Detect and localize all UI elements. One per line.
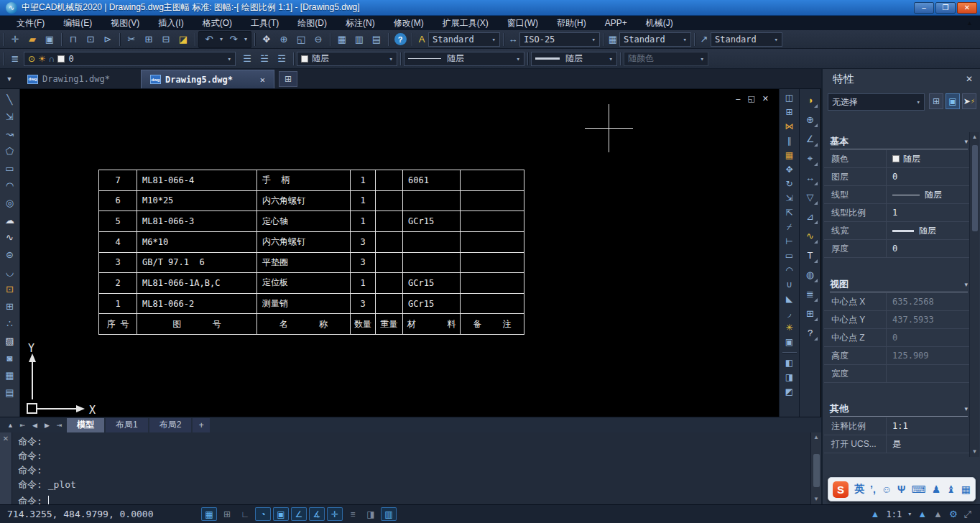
grid-snap-toggle[interactable]: ⊞	[219, 507, 235, 521]
menu-modify[interactable]: 修改(M)	[384, 16, 433, 30]
quick-select-icon[interactable]: ▣	[946, 93, 960, 109]
scroll-down-icon[interactable]: ▼	[813, 494, 819, 504]
prop-annoscale-value[interactable]: 1:1	[886, 417, 970, 435]
scrollbar-thumb[interactable]	[813, 454, 820, 487]
help-icon[interactable]: ?	[392, 32, 409, 47]
next-layout-icon[interactable]: ▶	[41, 420, 53, 431]
zoom-previous-icon[interactable]: ⊖	[310, 32, 327, 47]
skin-icon[interactable]: ♝	[946, 483, 956, 495]
tab-close-icon[interactable]: ✕	[260, 75, 265, 85]
donut-icon[interactable]: ◙	[1, 349, 19, 366]
line-icon[interactable]: ╲	[1, 91, 19, 108]
tab-layout2[interactable]: 布局2	[149, 418, 192, 432]
profile-icon[interactable]: ♟	[932, 483, 941, 495]
window-maximize-button[interactable]: ❐	[935, 2, 956, 14]
weld-symbol-icon[interactable]: ∿	[802, 226, 819, 246]
hatch-icon[interactable]: ▨	[1, 332, 19, 349]
draw-order-above-icon[interactable]: ◩	[781, 384, 798, 399]
fillet-icon[interactable]: ◞	[781, 306, 798, 320]
mdi-minimize-icon[interactable]: –	[736, 94, 740, 103]
annotation-visibility-icon[interactable]: ▲	[933, 509, 943, 519]
save-icon[interactable]: ▣	[41, 32, 58, 47]
menu-insert[interactable]: 插入(I)	[149, 16, 193, 30]
offset-icon[interactable]: ∥	[781, 134, 798, 148]
prop-lineweight-value[interactable]: 随层	[886, 222, 970, 239]
table-icon[interactable]: ▦	[1, 366, 19, 384]
trim-icon[interactable]: ⌿	[781, 220, 798, 234]
object-tracking-toggle[interactable]: ∡	[309, 507, 325, 521]
polyline-icon[interactable]: ↝	[1, 125, 19, 142]
polygon-icon[interactable]: ⬠	[1, 142, 19, 159]
annotation-scale-value[interactable]: 1:1	[886, 509, 902, 519]
point-icon[interactable]: ∴	[1, 315, 19, 332]
annotation-scale-icon[interactable]: ▲	[871, 509, 880, 519]
centerline-icon[interactable]: ⌖	[802, 149, 819, 168]
draw-order-back-icon[interactable]: ◨	[781, 370, 798, 384]
menu-help[interactable]: 帮助(H)	[547, 16, 596, 30]
section-basic[interactable]: 基本▾	[830, 134, 968, 149]
mtext-icon[interactable]: ▤	[1, 384, 19, 401]
menu-window[interactable]: 窗口(W)	[498, 16, 547, 30]
menu-mechanical[interactable]: 机械(J)	[637, 16, 683, 30]
bom-table[interactable]: 7ML81-066-4手 柄16061 6M10*25内六角螺钉1 5ML81-…	[98, 170, 524, 335]
break-icon[interactable]: ◠	[781, 263, 798, 277]
explode-icon[interactable]: ✳	[781, 320, 798, 335]
window-minimize-button[interactable]: –	[914, 2, 934, 14]
paste-icon[interactable]: ⊟	[157, 32, 175, 47]
standard-parts-icon[interactable]: ?	[802, 323, 819, 343]
window-close-button[interactable]: ✕	[957, 2, 977, 14]
emoji-icon[interactable]: ☺	[882, 483, 892, 495]
revision-cloud-icon[interactable]: ☁	[1, 211, 19, 228]
detail-view-icon[interactable]: ⊕	[802, 110, 819, 129]
join-icon[interactable]: ∪	[781, 277, 798, 292]
arc-icon[interactable]: ◠	[1, 177, 19, 194]
mleader-style-combo[interactable]: Standard	[711, 32, 782, 47]
plot-preview-icon[interactable]: ⊡	[82, 32, 99, 47]
menu-dimension[interactable]: 标注(N)	[336, 16, 384, 30]
ortho-toggle[interactable]: ∟	[237, 507, 253, 521]
scroll-down-icon[interactable]: ▼	[972, 447, 978, 457]
chevron-down-icon[interactable]: ▾	[908, 511, 911, 517]
prop-color-value[interactable]: 随层	[886, 150, 970, 167]
rotate-icon[interactable]: ↻	[781, 177, 798, 191]
move-icon[interactable]: ✥	[781, 162, 798, 177]
select-new-icon[interactable]: ⊞	[929, 93, 943, 109]
ellipse-icon[interactable]: ⊜	[1, 246, 19, 263]
thread-icon[interactable]: ≣	[802, 284, 819, 304]
tab-model[interactable]: 模型	[67, 418, 104, 432]
plot-icon[interactable]: ⊓	[65, 32, 82, 47]
prev-layout-icon[interactable]: ◀	[29, 420, 41, 431]
model-space-toggle[interactable]: ▥	[381, 507, 397, 521]
layout-menu-icon[interactable]: ▲	[4, 420, 17, 431]
quick-properties-toggle[interactable]: ◨	[363, 507, 379, 521]
rectangle-modify-icon[interactable]: ▭	[781, 249, 798, 263]
rectangle-icon[interactable]: ▭	[1, 159, 19, 177]
menu-edit[interactable]: 编辑(E)	[54, 16, 101, 30]
menu-file[interactable]: 文件(F)	[7, 16, 54, 30]
menu-view[interactable]: 视图(V)	[101, 16, 149, 30]
soft-keyboard-icon[interactable]: ⌨	[911, 483, 925, 495]
tab-list-dropdown-icon[interactable]: ▼	[0, 75, 19, 88]
last-layout-icon[interactable]: ⇥	[53, 420, 65, 431]
selection-combo[interactable]: 无选择	[828, 93, 925, 111]
dynamic-input-toggle[interactable]: ✛	[327, 507, 343, 521]
block-editor-icon[interactable]: ▣	[781, 335, 798, 349]
sogou-logo-icon[interactable]: S	[833, 481, 849, 498]
scale-icon[interactable]: ⇲	[781, 191, 798, 205]
copy-object-icon[interactable]: ⊞	[781, 105, 798, 119]
drawing-canvas[interactable]: Y X – ◱ ✕ 7ML81-066-4手 柄16061 6M10*25内六角…	[20, 89, 779, 417]
color-combo[interactable]: 随层	[297, 52, 397, 66]
properties-close-icon[interactable]: ✕	[966, 74, 973, 84]
properties-scrollbar[interactable]: ▲ ▼	[969, 132, 979, 457]
prop-ltscale-value[interactable]: 1	[886, 204, 970, 221]
menu-express[interactable]: 扩展工具(X)	[433, 16, 498, 30]
prop-thickness-value[interactable]: 0	[886, 240, 970, 257]
grid-display-toggle[interactable]: ▦	[201, 507, 217, 521]
text-style-combo[interactable]: Standard	[428, 32, 500, 47]
layer-previous-icon[interactable]: ☰	[239, 51, 256, 67]
table-style-combo[interactable]: Standard	[619, 32, 691, 47]
balloon-icon[interactable]: ◍	[802, 265, 819, 284]
auto-annotate-icon[interactable]: ▲	[917, 509, 927, 519]
smart-dimension-icon[interactable]: ↔	[802, 168, 819, 188]
copy-icon[interactable]: ⊞	[140, 32, 157, 47]
